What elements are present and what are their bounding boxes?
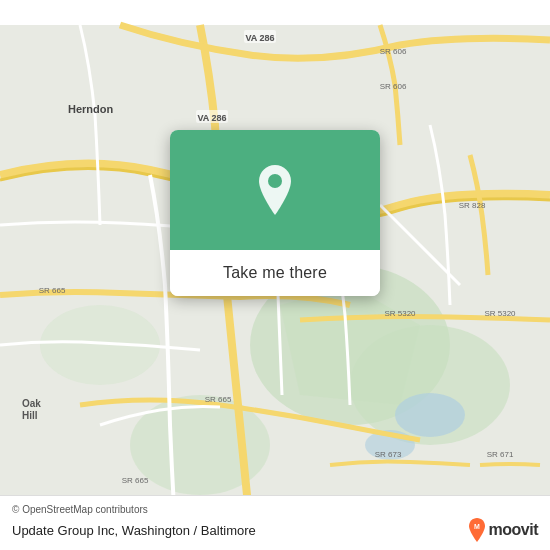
bottom-bar: © OpenStreetMap contributors Update Grou… <box>0 495 550 550</box>
svg-text:SR 5320: SR 5320 <box>484 309 516 318</box>
svg-text:VA 286: VA 286 <box>245 33 274 43</box>
svg-text:SR 606: SR 606 <box>380 47 407 56</box>
svg-text:SR 665: SR 665 <box>39 286 66 295</box>
svg-point-29 <box>268 174 282 188</box>
svg-point-6 <box>395 393 465 437</box>
svg-text:SR 673: SR 673 <box>375 450 402 459</box>
svg-text:SR 606: SR 606 <box>380 82 407 91</box>
svg-text:Herndon: Herndon <box>68 103 114 115</box>
svg-text:SR 665: SR 665 <box>122 476 149 485</box>
svg-text:SR 665: SR 665 <box>205 395 232 404</box>
map-container: VA 286 VA 286 VA 286 VA 286 SR 606 SR 60… <box>0 0 550 550</box>
svg-text:M: M <box>474 523 480 530</box>
location-card: Take me there <box>170 130 380 296</box>
svg-text:Oak: Oak <box>22 398 41 409</box>
attribution: © OpenStreetMap contributors <box>12 504 538 515</box>
svg-text:SR 671: SR 671 <box>487 450 514 459</box>
svg-text:Hill: Hill <box>22 410 38 421</box>
svg-text:SR 828: SR 828 <box>459 201 486 210</box>
card-map-preview <box>170 130 380 250</box>
moovit-logo: M moovit <box>467 518 538 542</box>
bottom-info: Update Group Inc, Washington / Baltimore… <box>12 518 538 542</box>
moovit-pin-icon: M <box>467 518 487 542</box>
take-me-there-button[interactable]: Take me there <box>170 250 380 296</box>
svg-text:VA 286: VA 286 <box>197 113 226 123</box>
moovit-text: moovit <box>489 521 538 539</box>
location-name: Update Group Inc, Washington / Baltimore <box>12 523 256 538</box>
location-pin-icon <box>253 163 297 217</box>
svg-text:SR 5320: SR 5320 <box>384 309 416 318</box>
